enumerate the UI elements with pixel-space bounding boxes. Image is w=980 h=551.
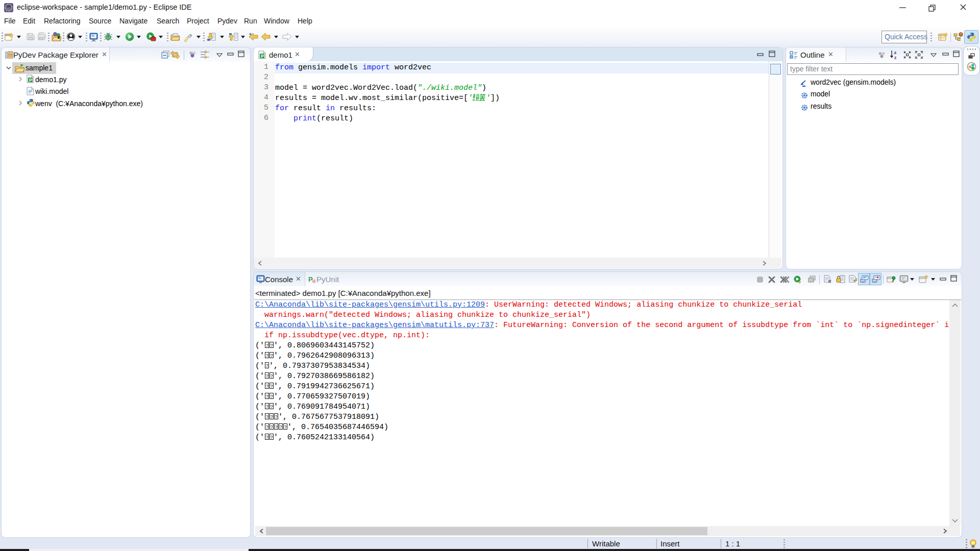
svg-text:z: z bbox=[894, 55, 897, 60]
svg-text:P: P bbox=[261, 54, 264, 59]
svg-text:u: u bbox=[312, 278, 315, 283]
svg-text:P: P bbox=[20, 63, 23, 68]
svg-text:P: P bbox=[29, 78, 32, 83]
